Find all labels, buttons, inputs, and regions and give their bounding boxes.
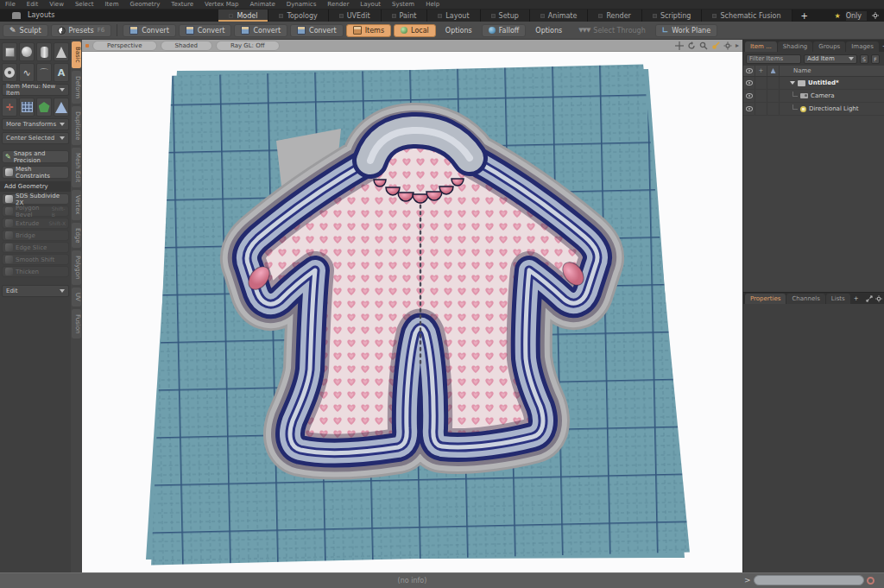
- menu-texture[interactable]: Texture: [171, 1, 193, 8]
- menu-render[interactable]: Render: [327, 1, 349, 8]
- menu-help[interactable]: Help: [426, 1, 439, 8]
- panel-gear-icon[interactable]: [875, 295, 882, 302]
- menu-animate[interactable]: Animate: [249, 1, 275, 8]
- primitive-cube-button[interactable]: [2, 42, 17, 61]
- primitive-sphere-button[interactable]: [19, 42, 35, 61]
- gear-icon[interactable]: [872, 12, 879, 19]
- eye-icon[interactable]: [746, 80, 753, 85]
- vtab-polygon[interactable]: Polygon: [72, 250, 81, 285]
- layouts-button[interactable]: Layouts: [26, 9, 63, 22]
- convert-button-3[interactable]: Convert: [234, 24, 287, 37]
- items-mode-button[interactable]: Items: [346, 24, 391, 37]
- tab-scripting[interactable]: Scripting: [642, 9, 703, 22]
- shading-mode-dropdown[interactable]: Shaded: [161, 41, 212, 51]
- tool-polygon-bevel[interactable]: Polygon BevelShift-B: [2, 205, 69, 217]
- tab-setup[interactable]: Setup: [481, 9, 530, 22]
- local-mode-button[interactable]: Local: [394, 24, 436, 37]
- vtab-edge[interactable]: Edge: [72, 223, 81, 249]
- tree-row-camera[interactable]: Camera: [743, 90, 884, 103]
- record-ring-icon[interactable]: [867, 577, 875, 585]
- tool-bridge[interactable]: Bridge: [2, 230, 69, 241]
- tool-smooth-shift[interactable]: Smooth Shift: [2, 254, 69, 265]
- perspective-dropdown[interactable]: Perspective: [92, 41, 157, 51]
- menu-geometry[interactable]: Geometry: [129, 1, 160, 8]
- tree-row-scene[interactable]: Untitled*: [743, 77, 884, 90]
- add-geometry-header[interactable]: Add Geometry: [0, 181, 71, 192]
- tab-item-list[interactable]: Item ...: [745, 41, 777, 52]
- center-selected-dropdown[interactable]: Center Selected: [2, 132, 69, 144]
- tab-shading[interactable]: Shading: [778, 41, 812, 52]
- pan-icon[interactable]: [675, 41, 684, 50]
- menu-vertex-map[interactable]: Vertex Map: [205, 1, 239, 8]
- f-button[interactable]: F: [871, 54, 880, 64]
- item-menu-dropdown[interactable]: Item Menu: New Item: [2, 84, 69, 96]
- tab-layout[interactable]: Layout: [427, 9, 480, 22]
- vtab-fusion[interactable]: Fusion: [72, 309, 81, 338]
- zoom-icon[interactable]: [699, 41, 708, 50]
- menu-file[interactable]: File: [5, 1, 16, 8]
- tab-groups[interactable]: Groups: [813, 41, 845, 52]
- tool-extrude[interactable]: ExtrudeShift-X: [2, 218, 69, 229]
- disclosure-icon[interactable]: [790, 81, 795, 85]
- convert-button-4[interactable]: Convert: [290, 24, 344, 37]
- command-input[interactable]: [754, 575, 864, 585]
- tree-row-directional-light[interactable]: Directional Light: [743, 103, 884, 116]
- more-transforms-dropdown[interactable]: More Transforms: [2, 118, 69, 130]
- vtab-duplicate[interactable]: Duplicate: [72, 106, 81, 145]
- eye-icon[interactable]: [746, 106, 753, 111]
- viewport-canvas[interactable]: [82, 52, 742, 572]
- menu-edit[interactable]: Edit: [27, 1, 39, 8]
- tab-uvedit[interactable]: UVEdit: [329, 9, 382, 22]
- tab-lists[interactable]: Lists: [826, 294, 850, 304]
- tab-schematic-fusion[interactable]: Schematic Fusion: [702, 9, 792, 22]
- filter-items-input[interactable]: [746, 54, 801, 64]
- tab-topology[interactable]: Topology: [268, 9, 328, 22]
- vtab-basic[interactable]: Basic: [72, 41, 81, 68]
- rotate-icon[interactable]: [687, 41, 696, 50]
- options-button-2[interactable]: Options: [528, 24, 569, 37]
- add-panel-tab-button-2[interactable]: +: [851, 294, 862, 304]
- primitive-helix-button[interactable]: ∿: [19, 63, 35, 82]
- s-button[interactable]: S: [860, 54, 868, 64]
- viewport-gear-icon[interactable]: [723, 41, 732, 50]
- tab-images[interactable]: Images: [846, 41, 879, 52]
- raygl-dropdown[interactable]: Ray GL: Off: [216, 41, 280, 51]
- tab-render[interactable]: Render: [588, 9, 641, 22]
- tool-sds-subdivide[interactable]: SDS Subdivide 2X: [2, 193, 69, 205]
- menu-view[interactable]: View: [49, 1, 64, 8]
- triangle-mesh-button[interactable]: [54, 98, 69, 117]
- presets-button[interactable]: PresetsF6: [51, 24, 112, 37]
- tab-paint[interactable]: Paint: [382, 9, 428, 22]
- menu-layout[interactable]: Layout: [360, 1, 381, 8]
- key-icon[interactable]: [711, 41, 720, 50]
- action-center-button[interactable]: ✛: [2, 98, 17, 117]
- tool-thicken[interactable]: Thicken: [2, 266, 69, 277]
- polygon-tool-button[interactable]: [36, 98, 52, 117]
- menu-dynamics[interactable]: Dynamics: [287, 1, 317, 8]
- convert-button-2[interactable]: Convert: [179, 24, 232, 37]
- eye-icon[interactable]: [746, 93, 753, 98]
- options-button-1[interactable]: Options: [439, 24, 479, 37]
- primitive-cone-button[interactable]: [54, 42, 69, 61]
- vtab-mesh-edit[interactable]: Mesh Edit: [72, 148, 81, 187]
- edit-dropdown[interactable]: Edit: [2, 285, 69, 297]
- add-panel-tab-button[interactable]: +: [880, 41, 884, 52]
- add-item-dropdown[interactable]: Add Item: [804, 54, 857, 64]
- viewport-expand-icon[interactable]: ▸: [736, 41, 739, 49]
- work-plane-button[interactable]: ∟Work Plane: [655, 24, 717, 37]
- app-icon[interactable]: [12, 12, 21, 19]
- vtab-uv[interactable]: UV: [72, 288, 81, 307]
- only-toggle[interactable]: Only: [846, 11, 867, 21]
- sculpt-button[interactable]: ✎Sculpt: [3, 24, 48, 37]
- menu-select[interactable]: Select: [75, 1, 94, 8]
- primitive-cylinder-button[interactable]: [36, 42, 52, 61]
- tool-edge-slice[interactable]: Edge Slice: [2, 242, 69, 253]
- popout-icon[interactable]: [866, 295, 873, 302]
- text-tool-button[interactable]: A: [54, 63, 69, 82]
- mesh-grid-button[interactable]: [19, 98, 35, 117]
- menu-item[interactable]: Item: [105, 1, 119, 8]
- snaps-precision-button[interactable]: ✎Snaps and Precision: [2, 150, 69, 163]
- tab-animate[interactable]: Animate: [530, 9, 589, 22]
- mesh-constraints-button[interactable]: Mesh Constraints: [2, 166, 69, 179]
- vtab-deform[interactable]: Deform: [72, 71, 81, 104]
